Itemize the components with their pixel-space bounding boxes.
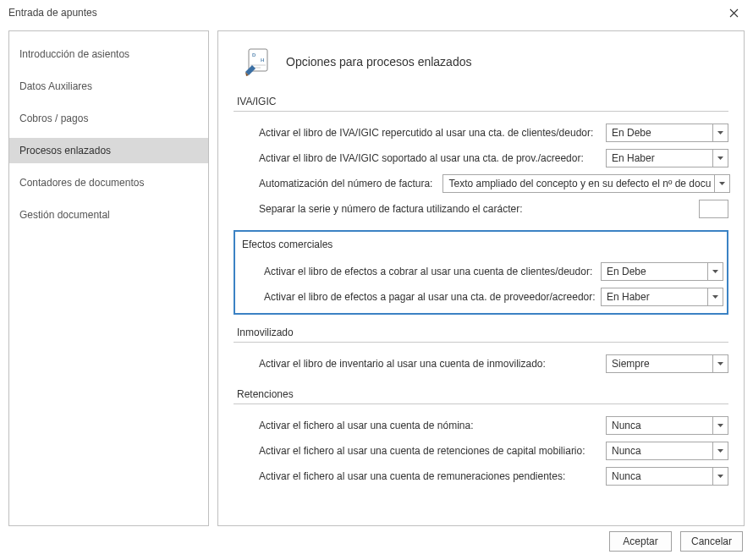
chevron-down-icon [712,124,728,142]
select-iva-soportado[interactable]: En Haber [606,149,728,167]
accept-button[interactable]: Aceptar [609,531,672,552]
select-value: En Haber [612,152,673,164]
section-efectos-comerciales: Efectos comerciales Activar el libro de … [234,230,728,315]
window-title: Entrada de apuntes [8,7,97,19]
svg-text:H: H [261,58,264,63]
sidebar-item-introduccion[interactable]: Introducción de asientos [9,41,208,67]
select-auto-factura[interactable]: Texto ampliado del concepto y en su defe… [442,174,730,193]
select-value: Nunca [612,445,660,457]
label-iva-repercutido: Activar el libro de IVA/IGIC repercutido… [259,127,593,139]
close-button[interactable] [715,0,753,25]
select-value: En Debe [607,266,665,277]
main-panel: D H Opciones para procesos enlazados IVA… [217,30,745,526]
cancel-button[interactable]: Cancelar [680,531,743,552]
sidebar-item-procesos-enlazados[interactable]: Procesos enlazados [9,138,208,163]
label-efectos-pagar: Activar el libro de efectos a pagar al u… [264,291,596,303]
close-icon [729,6,739,20]
label-iva-soportado: Activar el libro de IVA/IGIC soportado a… [259,152,584,164]
label-efectos-cobrar: Activar el libro de efectos a cobrar al … [264,266,592,277]
label-auto-factura: Automatización del número de factura: [259,178,432,189]
section-header-efectos: Efectos comerciales [239,239,723,254]
page-title: Opciones para procesos enlazados [286,55,471,69]
chevron-down-icon [712,442,728,460]
select-efectos-cobrar[interactable]: En Debe [601,262,723,281]
chevron-down-icon [714,174,729,193]
chevron-down-icon [712,416,728,435]
select-iva-repercutido[interactable]: En Debe [606,124,728,142]
section-header-inmovilizado: Inmovilizado [234,323,728,343]
select-value: Texto ampliado del concepto y en su defe… [448,178,729,189]
sidebar-item-cobros-pagos[interactable]: Cobros / pagos [9,106,208,131]
section-header-iva: IVA/IGIC [234,92,728,112]
select-value: Siempre [612,358,668,370]
select-value: En Debe [612,127,670,139]
sidebar-item-datos-auxiliares[interactable]: Datos Auxiliares [9,74,208,99]
select-ret-capital[interactable]: Nunca [606,442,728,460]
sidebar-item-gestion-documental[interactable]: Gestión documental [9,202,208,228]
chevron-down-icon [712,354,728,373]
page-icon: D H [244,47,274,77]
sidebar: Introducción de asientos Datos Auxiliare… [8,30,209,526]
select-efectos-pagar[interactable]: En Haber [601,288,723,306]
select-inventario[interactable]: Siempre [606,354,728,373]
select-ret-nomina[interactable]: Nunca [606,416,728,435]
titlebar: Entrada de apuntes [0,0,753,25]
sidebar-item-contadores-documentos[interactable]: Contadores de documentos [9,170,208,195]
label-ret-nomina: Activar el fichero al usar una cuenta de… [259,420,473,431]
label-inventario: Activar el libro de inventario al usar u… [259,358,546,370]
chevron-down-icon [712,467,728,486]
section-header-retenciones: Retenciones [234,385,728,404]
select-ret-remuneraciones[interactable]: Nunca [606,467,728,486]
label-ret-capital: Activar el fichero al usar una cuenta de… [259,445,585,457]
select-value: Nunca [612,470,660,482]
input-separador-caracter[interactable] [699,200,728,218]
select-value: En Haber [607,291,668,303]
chevron-down-icon [707,262,723,281]
select-value: Nunca [612,420,660,431]
svg-text:D: D [252,52,256,58]
chevron-down-icon [712,149,728,167]
label-ret-remuneraciones: Activar el fichero al usar una cuenta de… [259,470,565,482]
label-separar-serie: Separar la serie y número de factura uti… [259,203,523,215]
chevron-down-icon [707,288,723,306]
